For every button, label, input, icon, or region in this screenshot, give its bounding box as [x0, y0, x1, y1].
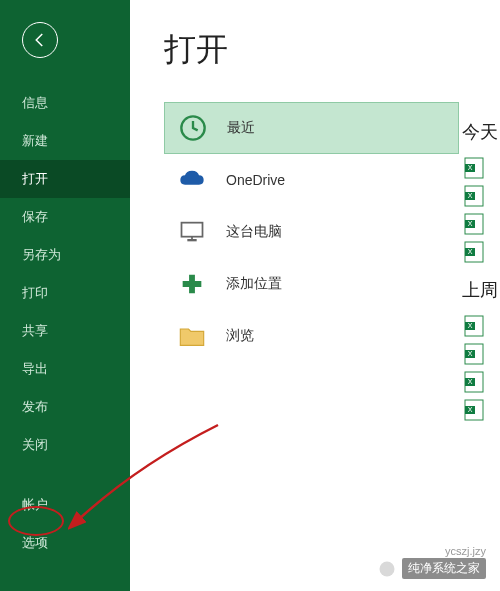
recent-file-item[interactable]: X	[462, 342, 500, 370]
folder-icon	[178, 322, 206, 350]
svg-rect-1	[182, 223, 203, 237]
nav-item-close[interactable]: 关闭	[0, 426, 130, 464]
nav-item-saveas[interactable]: 另存为	[0, 236, 130, 274]
section-heading-lastweek: 上周	[462, 278, 500, 302]
back-arrow-icon	[31, 31, 49, 49]
nav-list: 信息 新建 打开 保存 另存为 打印 共享 导出 发布 关闭 帐户 选项	[0, 84, 130, 562]
excel-file-icon: X	[462, 314, 486, 338]
nav-item-print[interactable]: 打印	[0, 274, 130, 312]
location-label: 这台电脑	[226, 223, 282, 241]
watermark-text: 纯净系统之家	[402, 558, 486, 579]
back-button[interactable]	[22, 22, 58, 58]
nav-item-publish[interactable]: 发布	[0, 388, 130, 426]
clock-icon	[179, 114, 207, 142]
watermark-logo-icon	[378, 560, 396, 578]
section-heading-today: 今天	[462, 120, 500, 144]
recent-file-item[interactable]: X	[462, 184, 500, 212]
nav-item-open[interactable]: 打开	[0, 160, 130, 198]
nav-item-save[interactable]: 保存	[0, 198, 130, 236]
svg-text:X: X	[468, 378, 473, 385]
location-label: 浏览	[226, 327, 254, 345]
open-location-list: 最近 OneDrive 这台电脑 添加位置 浏览	[164, 102, 459, 362]
location-label: 添加位置	[226, 275, 282, 293]
recent-files-column: 今天 X X X X 上周 X X X X	[462, 120, 500, 426]
svg-text:X: X	[468, 322, 473, 329]
nav-item-share[interactable]: 共享	[0, 312, 130, 350]
svg-text:X: X	[468, 164, 473, 171]
svg-point-28	[380, 561, 395, 576]
recent-file-item[interactable]: X	[462, 240, 500, 268]
nav-item-new[interactable]: 新建	[0, 122, 130, 160]
excel-file-icon: X	[462, 156, 486, 180]
backstage-sidebar: 信息 新建 打开 保存 另存为 打印 共享 导出 发布 关闭 帐户 选项	[0, 0, 130, 591]
excel-file-icon: X	[462, 212, 486, 236]
recent-file-item[interactable]: X	[462, 156, 500, 184]
main-panel: 打开 最近 OneDrive 这台电脑 添加位置	[130, 0, 500, 591]
svg-text:X: X	[468, 248, 473, 255]
computer-icon	[178, 218, 206, 246]
watermark: 纯净系统之家	[378, 558, 486, 579]
svg-text:X: X	[468, 350, 473, 357]
nav-item-export[interactable]: 导出	[0, 350, 130, 388]
plus-icon	[178, 270, 206, 298]
location-label: OneDrive	[226, 172, 285, 188]
svg-text:X: X	[468, 220, 473, 227]
svg-text:X: X	[468, 192, 473, 199]
excel-file-icon: X	[462, 398, 486, 422]
location-onedrive[interactable]: OneDrive	[164, 154, 459, 206]
recent-file-item[interactable]: X	[462, 398, 500, 426]
excel-file-icon: X	[462, 184, 486, 208]
excel-file-icon: X	[462, 370, 486, 394]
recent-file-item[interactable]: X	[462, 314, 500, 342]
recent-file-item[interactable]: X	[462, 212, 500, 240]
page-title: 打开	[164, 28, 500, 72]
excel-file-icon: X	[462, 342, 486, 366]
nav-item-options[interactable]: 选项	[0, 524, 130, 562]
location-addplace[interactable]: 添加位置	[164, 258, 459, 310]
nav-item-info[interactable]: 信息	[0, 84, 130, 122]
svg-text:X: X	[468, 406, 473, 413]
cloud-icon	[178, 166, 206, 194]
svg-rect-2	[187, 239, 196, 241]
nav-item-account[interactable]: 帐户	[0, 486, 130, 524]
location-recent[interactable]: 最近	[164, 102, 459, 154]
watermark-url: ycszj.jzy	[445, 545, 486, 557]
location-browse[interactable]: 浏览	[164, 310, 459, 362]
location-label: 最近	[227, 119, 255, 137]
excel-file-icon: X	[462, 240, 486, 264]
location-thispc[interactable]: 这台电脑	[164, 206, 459, 258]
recent-file-item[interactable]: X	[462, 370, 500, 398]
